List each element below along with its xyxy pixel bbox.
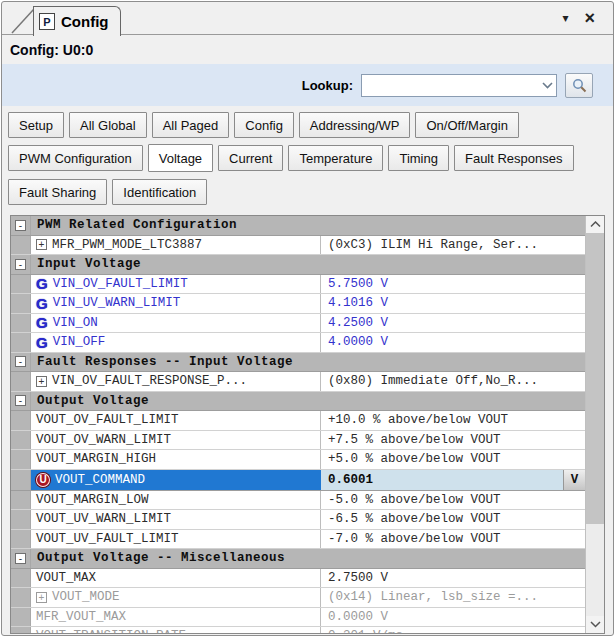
param-name-cell[interactable]: VOUT_MARGIN_HIGH bbox=[31, 450, 321, 469]
param-name-cell[interactable]: VOUT_OV_WARN_LIMIT bbox=[31, 431, 321, 450]
param-name-cell[interactable]: VOUT_UV_WARN_LIMIT bbox=[31, 510, 321, 529]
section-row-input-voltage[interactable]: -Input Voltage bbox=[11, 255, 585, 275]
param-value-cell[interactable]: 2.7500 V bbox=[321, 569, 585, 588]
expand-icon[interactable]: + bbox=[36, 376, 47, 387]
param-name-cell[interactable]: GVIN_OFF bbox=[31, 333, 321, 352]
page-icon: P bbox=[39, 13, 55, 30]
title-controls: ▾ × bbox=[562, 9, 595, 27]
param-value-cell[interactable]: 0.301 V/ms bbox=[321, 627, 585, 633]
section-row-output-voltage[interactable]: -Output Voltage bbox=[11, 392, 585, 412]
param-row-vout-uv-warn-limit[interactable]: VOUT_UV_WARN_LIMIT-6.5 % above/below VOU… bbox=[11, 510, 585, 530]
scrollbar-track[interactable] bbox=[586, 233, 604, 616]
param-row-vout-uv-fault-limit[interactable]: VOUT_UV_FAULT_LIMIT-7.0 % above/below VO… bbox=[11, 530, 585, 550]
param-name-cell[interactable]: +MFR_PWM_MODE_LTC3887 bbox=[31, 236, 321, 255]
param-row-vout-max[interactable]: VOUT_MAX2.7500 V bbox=[11, 569, 585, 589]
param-value-cell[interactable]: (0xC3) ILIM Hi Range, Ser... bbox=[321, 236, 585, 255]
param-row-vin-on[interactable]: GVIN_ON4.2500 V bbox=[11, 314, 585, 334]
param-name-cell[interactable]: GVIN_UV_WARN_LIMIT bbox=[31, 294, 321, 313]
chevron-down-icon[interactable] bbox=[538, 75, 556, 96]
expand-icon[interactable]: + bbox=[36, 592, 47, 603]
search-button[interactable] bbox=[565, 73, 593, 98]
param-value-cell[interactable]: -6.5 % above/below VOUT bbox=[321, 510, 585, 529]
section-row-pwm-related-configuration[interactable]: -PWM Related Configuration bbox=[11, 216, 585, 236]
scroll-down-button[interactable] bbox=[586, 616, 604, 633]
tab-config[interactable]: P Config bbox=[33, 6, 121, 36]
tab-pwm-configuration[interactable]: PWM Configuration bbox=[8, 145, 143, 171]
param-row-vout-command[interactable]: UVOUT_COMMAND0.6001V bbox=[11, 470, 585, 491]
lookup-input[interactable] bbox=[362, 75, 538, 96]
unit-button[interactable]: V bbox=[563, 470, 585, 490]
param-name-cell[interactable]: +VOUT_MODE bbox=[31, 588, 321, 607]
param-name-cell[interactable]: MFR_VOUT_MAX bbox=[31, 608, 321, 627]
tab-temperature[interactable]: Temperature bbox=[288, 145, 383, 171]
param-name-cell[interactable]: VOUT_OV_FAULT_LIMIT bbox=[31, 411, 321, 430]
param-name-cell[interactable]: VOUT_MARGIN_LOW bbox=[31, 491, 321, 510]
tab-identification[interactable]: Identification bbox=[112, 179, 207, 205]
collapse-icon[interactable]: - bbox=[15, 395, 26, 406]
param-value-cell[interactable]: +10.0 % above/below VOUT bbox=[321, 411, 585, 430]
param-name-cell[interactable]: VOUT_TRANSITION_RATE bbox=[31, 627, 321, 633]
param-value-cell[interactable]: 4.0000 V bbox=[321, 333, 585, 352]
tab-setup[interactable]: Setup bbox=[8, 112, 64, 138]
param-row-vout-ov-fault-limit[interactable]: VOUT_OV_FAULT_LIMIT+10.0 % above/below V… bbox=[11, 411, 585, 431]
collapse-icon[interactable]: - bbox=[15, 220, 26, 231]
param-row-vin-uv-warn-limit[interactable]: GVIN_UV_WARN_LIMIT4.1016 V bbox=[11, 294, 585, 314]
param-value-cell[interactable]: 4.2500 V bbox=[321, 314, 585, 333]
param-row-vin-off[interactable]: GVIN_OFF4.0000 V bbox=[11, 333, 585, 353]
tab-all-global[interactable]: All Global bbox=[69, 112, 147, 138]
param-row-vout-margin-low[interactable]: VOUT_MARGIN_LOW-5.0 % above/below VOUT bbox=[11, 491, 585, 511]
param-value-cell[interactable]: -5.0 % above/below VOUT bbox=[321, 491, 585, 510]
row-gutter bbox=[11, 372, 31, 391]
scroll-up-button[interactable] bbox=[586, 216, 604, 233]
lookup-label: Lookup: bbox=[302, 78, 353, 93]
param-row-mfr-vout-max[interactable]: MFR_VOUT_MAX0.0000 V bbox=[11, 608, 585, 628]
param-name-cell[interactable]: VOUT_MAX bbox=[31, 569, 321, 588]
param-row-vout-transition-rate[interactable]: VOUT_TRANSITION_RATE0.301 V/ms bbox=[11, 627, 585, 633]
param-value-cell[interactable]: 0.0000 V bbox=[321, 608, 585, 627]
tab-fault-responses[interactable]: Fault Responses bbox=[454, 145, 574, 171]
param-value-cell[interactable]: 0.6001V bbox=[321, 470, 585, 490]
scrollbar[interactable] bbox=[585, 216, 604, 633]
tab-all-paged[interactable]: All Paged bbox=[152, 112, 230, 138]
param-value-cell[interactable]: 5.7500 V bbox=[321, 275, 585, 294]
param-row-vout-margin-high[interactable]: VOUT_MARGIN_HIGH+5.0 % above/below VOUT bbox=[11, 450, 585, 470]
param-row-vout-ov-warn-limit[interactable]: VOUT_OV_WARN_LIMIT+7.5 % above/below VOU… bbox=[11, 431, 585, 451]
section-row-output-voltage-miscellaneous[interactable]: -Output Voltage -- Miscellaneous bbox=[11, 549, 585, 569]
param-name-cell[interactable]: GVIN_OV_FAULT_LIMIT bbox=[31, 275, 321, 294]
tab-timing[interactable]: Timing bbox=[388, 145, 449, 171]
param-name-cell[interactable]: GVIN_ON bbox=[31, 314, 321, 333]
param-value-cell[interactable]: +5.0 % above/below VOUT bbox=[321, 450, 585, 469]
scrollbar-thumb[interactable] bbox=[586, 233, 604, 524]
dock-menu-icon[interactable]: ▾ bbox=[562, 12, 568, 24]
param-row-mfr-pwm-mode-ltc3887[interactable]: +MFR_PWM_MODE_LTC3887(0xC3) ILIM Hi Rang… bbox=[11, 236, 585, 256]
collapse-icon[interactable]: - bbox=[15, 553, 26, 564]
param-name-cell[interactable]: UVOUT_COMMAND bbox=[31, 470, 321, 490]
expand-icon[interactable]: + bbox=[36, 239, 47, 250]
collapse-icon[interactable]: - bbox=[15, 356, 26, 367]
tab-voltage[interactable]: Voltage bbox=[148, 144, 213, 172]
param-name: VOUT_MARGIN_HIGH bbox=[36, 452, 156, 466]
param-value-cell[interactable]: (0x80) Immediate Off,No_R... bbox=[321, 372, 585, 391]
chevron-up-icon bbox=[590, 221, 601, 228]
tab-fault-sharing[interactable]: Fault Sharing bbox=[8, 179, 107, 205]
param-name: VIN_UV_WARN_LIMIT bbox=[53, 296, 181, 310]
param-row-vin-ov-fault-response-p[interactable]: +VIN_OV_FAULT_RESPONSE_P...(0x80) Immedi… bbox=[11, 372, 585, 392]
param-value-cell[interactable]: -7.0 % above/below VOUT bbox=[321, 530, 585, 549]
close-icon[interactable]: × bbox=[584, 9, 595, 27]
user-edited-icon: U bbox=[36, 473, 50, 487]
tab-config[interactable]: Config bbox=[234, 112, 294, 138]
tab-current[interactable]: Current bbox=[218, 145, 283, 171]
param-row-vout-mode[interactable]: +VOUT_MODE(0x14) Linear, lsb_size =... bbox=[11, 588, 585, 608]
param-name-cell[interactable]: +VIN_OV_FAULT_RESPONSE_P... bbox=[31, 372, 321, 391]
param-value-cell[interactable]: 4.1016 V bbox=[321, 294, 585, 313]
param-value-cell[interactable]: (0x14) Linear, lsb_size =... bbox=[321, 588, 585, 607]
param-value-cell[interactable]: +7.5 % above/below VOUT bbox=[321, 431, 585, 450]
tab-addressing-wp[interactable]: Addressing/WP bbox=[299, 112, 411, 138]
collapse-icon[interactable]: - bbox=[15, 259, 26, 270]
param-name: VOUT_TRANSITION_RATE bbox=[36, 629, 186, 633]
param-name-cell[interactable]: VOUT_UV_FAULT_LIMIT bbox=[31, 530, 321, 549]
lookup-combobox[interactable] bbox=[361, 74, 557, 97]
section-row-fault-responses-input-voltage[interactable]: -Fault Responses -- Input Voltage bbox=[11, 353, 585, 373]
tab-on-off-margin[interactable]: On/Off/Margin bbox=[415, 112, 518, 138]
param-row-vin-ov-fault-limit[interactable]: GVIN_OV_FAULT_LIMIT5.7500 V bbox=[11, 275, 585, 295]
